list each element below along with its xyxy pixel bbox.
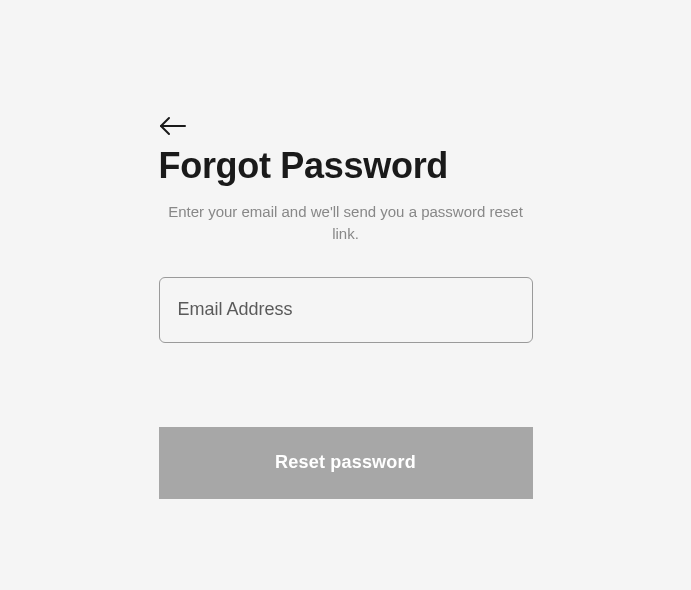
page-subtitle: Enter your email and we'll send you a pa… — [159, 201, 533, 245]
arrow-left-icon — [159, 115, 187, 137]
back-button[interactable] — [159, 115, 187, 137]
email-field[interactable] — [159, 277, 533, 343]
forgot-password-panel: Forgot Password Enter your email and we'… — [159, 115, 533, 590]
email-field-wrap — [159, 277, 533, 343]
reset-password-button[interactable]: Reset password — [159, 427, 533, 499]
page-title: Forgot Password — [159, 145, 533, 187]
